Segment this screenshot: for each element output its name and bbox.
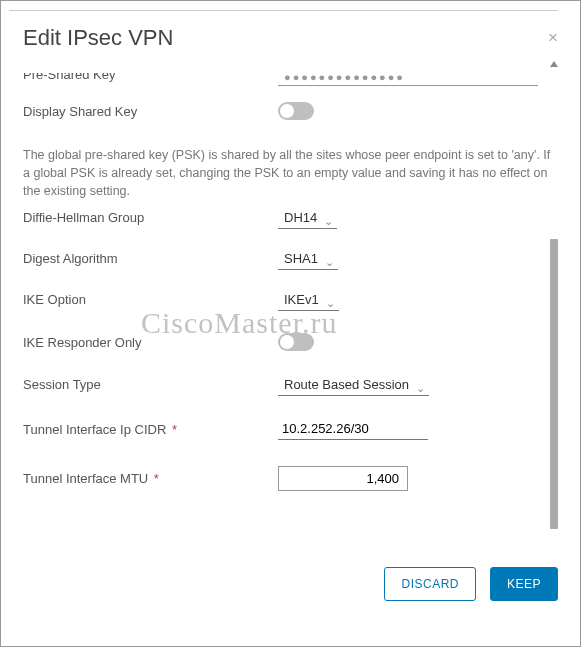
digest-algorithm-label: Digest Algorithm xyxy=(23,251,278,266)
pre-shared-key-label: Pre-Shared Key xyxy=(23,73,278,83)
scroll-up-icon[interactable] xyxy=(550,61,558,67)
required-mark: * xyxy=(172,422,177,437)
tunnel-mtu-label: Tunnel Interface MTU * xyxy=(23,471,278,486)
session-type-label: Session Type xyxy=(23,377,278,392)
ike-option-select[interactable]: IKEv1 xyxy=(278,289,339,311)
window-top-divider xyxy=(9,1,558,11)
required-mark: * xyxy=(154,471,159,486)
display-shared-key-label: Display Shared Key xyxy=(23,104,278,119)
dialog-title: Edit IPsec VPN xyxy=(23,25,173,51)
form-scroll-area: Pre-Shared Key ●●●●●●●●●●●●●● Display Sh… xyxy=(23,59,558,549)
scrollbar[interactable] xyxy=(550,59,558,549)
tunnel-cidr-label-text: Tunnel Interface Ip CIDR xyxy=(23,422,166,437)
dh-group-label: Diffie-Hellman Group xyxy=(23,210,278,225)
session-type-select[interactable]: Route Based Session xyxy=(278,374,429,396)
psk-help-text: The global pre-shared key (PSK) is share… xyxy=(23,146,558,200)
pre-shared-key-field[interactable]: ●●●●●●●●●●●●●● xyxy=(278,69,538,86)
ike-responder-only-label: IKE Responder Only xyxy=(23,335,278,350)
display-shared-key-toggle[interactable] xyxy=(278,102,314,120)
discard-button[interactable]: DISCARD xyxy=(384,567,476,601)
scroll-thumb[interactable] xyxy=(550,239,558,529)
ike-responder-only-toggle[interactable] xyxy=(278,333,314,351)
keep-button[interactable]: KEEP xyxy=(490,567,558,601)
tunnel-cidr-label: Tunnel Interface Ip CIDR * xyxy=(23,422,278,437)
digest-algorithm-select[interactable]: SHA1 xyxy=(278,248,338,270)
dh-group-select[interactable]: DH14 xyxy=(278,207,337,229)
tunnel-cidr-input[interactable] xyxy=(278,418,428,440)
tunnel-mtu-label-text: Tunnel Interface MTU xyxy=(23,471,148,486)
ike-option-label: IKE Option xyxy=(23,292,278,307)
close-icon[interactable]: × xyxy=(548,28,558,48)
edit-ipsec-vpn-dialog: Edit IPsec VPN × Pre-Shared Key ●●●●●●●●… xyxy=(1,11,580,621)
tunnel-mtu-input[interactable] xyxy=(278,466,408,491)
